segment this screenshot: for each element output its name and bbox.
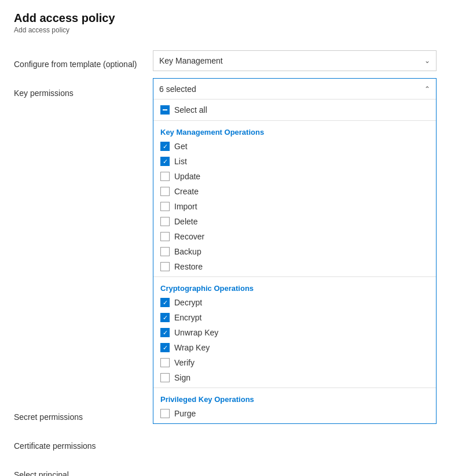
select-all-checkbox[interactable] (160, 105, 170, 115)
template-dropdown[interactable]: Key Management ⌄ (153, 50, 437, 71)
select-all-label: Select all (174, 105, 207, 115)
checkbox-list[interactable]: ✓ (160, 157, 170, 166)
select-all-row[interactable]: Select all (153, 102, 436, 118)
checkbox-decrypt[interactable]: ✓ (160, 298, 170, 307)
checkbox-row-get[interactable]: ✓ Get (153, 139, 436, 154)
key-permissions-selected-label: 6 selected (159, 84, 196, 94)
checkbox-row-update[interactable]: Update (153, 169, 436, 184)
label-recover: Recover (174, 232, 204, 241)
checkbox-purge[interactable] (160, 409, 170, 418)
checkbox-row-decrypt[interactable]: ✓ Decrypt (153, 295, 436, 310)
checkbox-update[interactable] (160, 172, 170, 181)
section-key-management-title: Key Management Operations (153, 123, 436, 139)
select-principal-label: Select principal (14, 470, 69, 476)
checkbox-delete[interactable] (160, 217, 170, 226)
label-sign: Sign (174, 373, 190, 382)
key-permissions-collapse-icon: ⌃ (424, 85, 430, 93)
checkbox-row-create[interactable]: Create (153, 184, 436, 199)
checkbox-row-restore[interactable]: Restore (153, 259, 436, 274)
label-verify: Verify (174, 358, 195, 367)
key-permissions-label: Key permissions (14, 88, 74, 98)
checkbox-get[interactable]: ✓ (160, 142, 170, 151)
label-encrypt: Encrypt (174, 313, 201, 322)
checkbox-row-list[interactable]: ✓ List (153, 154, 436, 169)
section-cryptographic-title: Cryptographic Operations (153, 279, 436, 295)
label-unwrap-key: Unwrap Key (174, 328, 218, 337)
checkbox-restore[interactable] (160, 262, 170, 271)
label-backup: Backup (174, 247, 201, 256)
certificate-permissions-label: Certificate permissions (14, 441, 96, 451)
checkbox-row-delete[interactable]: Delete (153, 214, 436, 229)
checkbox-wrap-key[interactable]: ✓ (160, 343, 170, 352)
checkbox-backup[interactable] (160, 247, 170, 256)
checkbox-row-purge[interactable]: Purge (153, 406, 436, 421)
label-update: Update (174, 172, 200, 181)
key-permissions-header[interactable]: 6 selected ⌃ (153, 79, 436, 99)
checkbox-row-import[interactable]: Import (153, 199, 436, 214)
checkbox-import[interactable] (160, 202, 170, 211)
label-create: Create (174, 187, 199, 196)
checkbox-verify[interactable] (160, 358, 170, 367)
label-purge: Purge (174, 409, 196, 418)
checkbox-create[interactable] (160, 187, 170, 196)
label-decrypt: Decrypt (174, 298, 202, 307)
checkbox-row-encrypt[interactable]: ✓ Encrypt (153, 310, 436, 325)
label-restore: Restore (174, 262, 203, 271)
template-label: Configure from template (optional) (14, 60, 137, 69)
checkbox-row-verify[interactable]: Verify (153, 355, 436, 370)
secret-permissions-label: Secret permissions (14, 412, 83, 422)
checkbox-row-recover[interactable]: Recover (153, 229, 436, 244)
checkbox-row-backup[interactable]: Backup (153, 244, 436, 259)
checkbox-row-wrap-key[interactable]: ✓ Wrap Key (153, 340, 436, 355)
template-dropdown-value: Key Management (159, 56, 223, 65)
label-import: Import (174, 202, 197, 211)
checkbox-sign[interactable] (160, 373, 170, 382)
page-title: Add access policy (14, 12, 459, 25)
checkbox-encrypt[interactable]: ✓ (160, 313, 170, 322)
template-dropdown-arrow-icon: ⌄ (424, 57, 430, 65)
section-privileged-title: Privileged Key Operations (153, 390, 436, 406)
label-wrap-key: Wrap Key (174, 343, 210, 352)
checkbox-row-sign[interactable]: Sign (153, 370, 436, 385)
checkbox-recover[interactable] (160, 232, 170, 241)
label-get: Get (174, 142, 188, 151)
breadcrumb: Add access policy (14, 26, 459, 34)
key-permissions-dropdown[interactable]: 6 selected ⌃ Select all Key Management O… (153, 78, 437, 424)
checkbox-row-unwrap-key[interactable]: ✓ Unwrap Key (153, 325, 436, 340)
label-list: List (174, 157, 187, 166)
checkbox-unwrap-key[interactable]: ✓ (160, 328, 170, 337)
label-delete: Delete (174, 217, 197, 226)
